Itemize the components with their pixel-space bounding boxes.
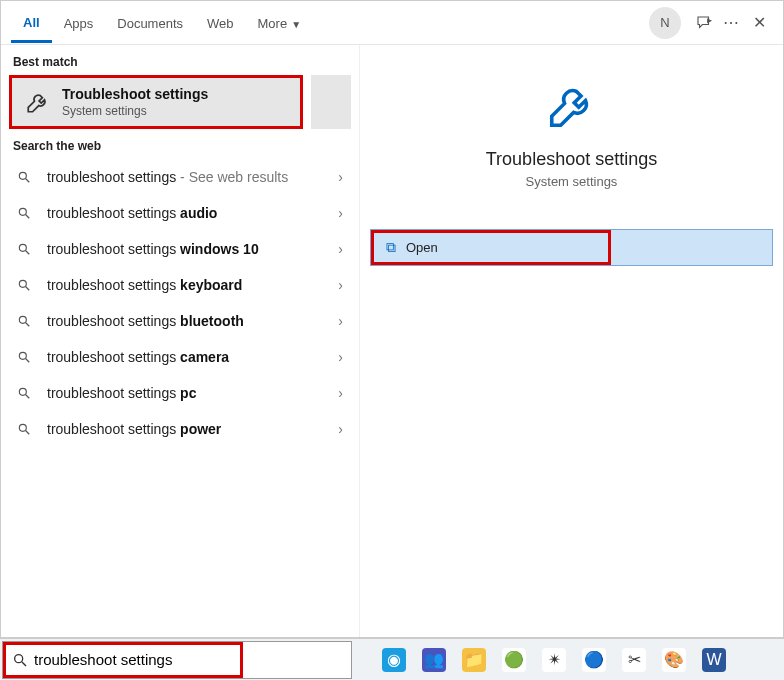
svg-line-17 [22,662,26,666]
results-panel: Best match Troubleshoot settings System … [1,45,359,637]
wrench-icon [24,88,52,116]
web-result[interactable]: troubleshoot settings pc› [1,375,359,411]
avatar[interactable]: N [649,7,681,39]
web-result[interactable]: troubleshoot settings bluetooth› [1,303,359,339]
search-icon [17,386,37,400]
web-result-text: troubleshoot settings power [47,421,338,437]
action-row: ⧉ Open [370,229,773,266]
web-result[interactable]: troubleshoot settings power› [1,411,359,447]
chevron-right-icon: › [338,313,343,329]
web-result[interactable]: troubleshoot settings - See web results› [1,159,359,195]
preview-title: Troubleshoot settings [360,149,783,170]
more-options-icon[interactable]: ⋯ [717,7,745,38]
chrome-icon[interactable]: 🟢 [502,648,526,672]
taskbar-search[interactable] [2,641,352,679]
edge-icon[interactable]: ◉ [382,648,406,672]
word-icon[interactable]: W [702,648,726,672]
svg-point-8 [19,316,26,323]
svg-point-16 [15,654,23,662]
svg-point-4 [19,244,26,251]
chevron-right-icon: › [338,349,343,365]
best-match-label: Best match [1,45,359,75]
web-result-text: troubleshoot settings audio [47,205,338,221]
web-result-text: troubleshoot settings bluetooth [47,313,338,329]
best-match-subtitle: System settings [62,104,208,118]
search-icon [17,242,37,256]
best-match-expand[interactable] [311,75,351,129]
best-match-result[interactable]: Troubleshoot settings System settings [9,75,303,129]
chevron-right-icon: › [338,205,343,221]
search-icon [17,350,37,364]
search-icon [17,422,37,436]
chevron-right-icon: › [338,385,343,401]
svg-line-9 [26,323,30,327]
svg-point-12 [19,388,26,395]
tab-apps[interactable]: Apps [52,4,106,41]
taskbar-tray: ◉👥📁🟢✴🔵✂🎨W [352,648,784,672]
best-match-title: Troubleshoot settings [62,86,208,102]
teams-icon[interactable]: 👥 [422,648,446,672]
svg-point-2 [19,208,26,215]
action-row-rest[interactable] [611,230,772,265]
search-icon [17,206,37,220]
chevron-right-icon: › [338,277,343,293]
svg-line-1 [26,179,30,183]
explorer-icon[interactable]: 📁 [462,648,486,672]
tab-documents[interactable]: Documents [105,4,195,41]
web-result-text: troubleshoot settings - See web results [47,169,338,185]
search-icon [17,170,37,184]
chevron-right-icon: › [338,421,343,437]
chevron-right-icon: › [338,241,343,257]
open-button[interactable]: ⧉ Open [371,230,611,265]
tab-more[interactable]: More▼ [246,4,314,41]
web-result[interactable]: troubleshoot settings audio› [1,195,359,231]
svg-line-11 [26,359,30,363]
chevron-right-icon: › [338,169,343,185]
open-label: Open [406,240,438,255]
search-icon [12,652,28,668]
tab-all[interactable]: All [11,3,52,43]
close-icon[interactable]: ✕ [745,7,773,38]
svg-point-14 [19,424,26,431]
search-icon [17,278,37,292]
web-result[interactable]: troubleshoot settings windows 10› [1,231,359,267]
web-result-text: troubleshoot settings pc [47,385,338,401]
svg-line-15 [26,431,30,435]
svg-line-13 [26,395,30,399]
web-result[interactable]: troubleshoot settings keyboard› [1,267,359,303]
tab-web[interactable]: Web [195,4,246,41]
tab-bar: All Apps Documents Web More▼ N ⋯ ✕ [1,1,783,45]
wrench-icon [542,75,602,135]
web-result-text: troubleshoot settings windows 10 [47,241,338,257]
snip-icon[interactable]: ✂ [622,648,646,672]
chevron-down-icon: ▼ [291,19,301,30]
svg-line-7 [26,287,30,291]
search-web-label: Search the web [1,129,359,159]
svg-point-6 [19,280,26,287]
search-input[interactable] [34,651,234,668]
web-result[interactable]: troubleshoot settings camera› [1,339,359,375]
chrome2-icon[interactable]: 🔵 [582,648,606,672]
svg-point-0 [19,172,26,179]
feedback-icon[interactable] [689,8,717,38]
web-result-text: troubleshoot settings camera [47,349,338,365]
svg-line-5 [26,251,30,255]
search-icon [17,314,37,328]
open-icon: ⧉ [386,239,396,256]
svg-line-3 [26,215,30,219]
preview-subtitle: System settings [360,174,783,189]
paint-icon[interactable]: 🎨 [662,648,686,672]
taskbar: ◉👥📁🟢✴🔵✂🎨W [0,638,784,680]
preview-panel: Troubleshoot settings System settings ⧉ … [359,45,783,637]
search-window: All Apps Documents Web More▼ N ⋯ ✕ Best … [0,0,784,638]
svg-point-10 [19,352,26,359]
web-result-text: troubleshoot settings keyboard [47,277,338,293]
slack-icon[interactable]: ✴ [542,648,566,672]
